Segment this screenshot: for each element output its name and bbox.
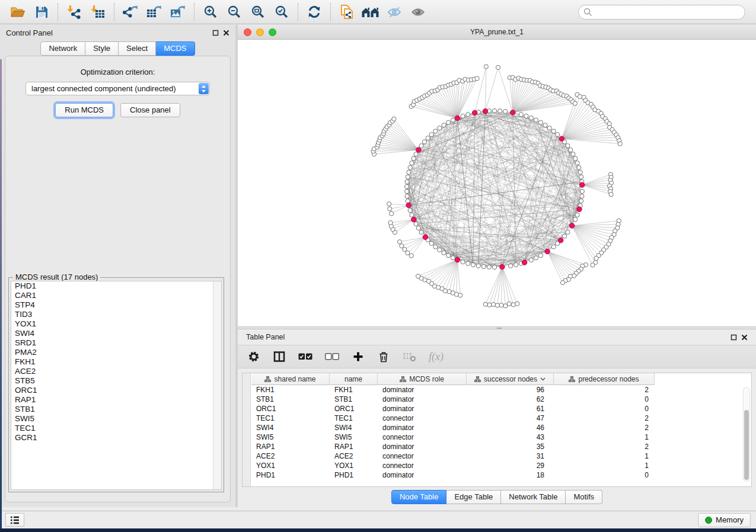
mcds-result-item[interactable]: PHD1 <box>11 281 221 291</box>
delete-column-button[interactable] <box>377 351 390 363</box>
close-panel-icon[interactable] <box>741 334 748 341</box>
table-row[interactable]: PHD1PHD1dominator180 <box>251 470 655 480</box>
cell-predecessor_nodes: 1 <box>554 461 655 470</box>
cell-shared_name: SWI4 <box>251 423 330 432</box>
mcds-result-item[interactable]: TEC1 <box>11 424 221 433</box>
maximize-window-icon[interactable] <box>269 28 276 36</box>
column-header-successor-nodes[interactable]: successor nodes <box>467 373 554 385</box>
table-settings-button[interactable] <box>247 351 260 363</box>
column-header-shared-name[interactable]: shared name <box>251 373 330 385</box>
tab-style[interactable]: Style <box>85 41 119 56</box>
delete-table-button[interactable] <box>403 351 416 362</box>
column-header-predecessor-nodes[interactable]: predecessor nodes <box>554 373 655 385</box>
fx-icon: f(x) <box>429 351 444 363</box>
network-view-title: YPA_prune.txt_1 <box>470 28 524 36</box>
create-column-button[interactable] <box>352 351 365 362</box>
table-row[interactable]: TEC1TEC1connector472 <box>251 414 655 423</box>
tab-network[interactable]: Network <box>40 41 85 56</box>
float-panel-icon[interactable] <box>212 30 219 36</box>
import-table-button[interactable] <box>86 1 110 23</box>
zoom-out-button[interactable] <box>222 1 246 23</box>
zoom-selected-icon <box>275 5 288 18</box>
mcds-result-list[interactable]: PHD1CAR1STP4TID3YOX1SWI4SRD1PMA2FKH1ACE2… <box>11 281 222 490</box>
table-tab-node-table[interactable]: Node Table <box>391 490 447 504</box>
tab-select[interactable]: Select <box>119 41 156 56</box>
mcds-result-item[interactable]: SWI4 <box>11 329 221 338</box>
show-all-button[interactable] <box>406 1 430 23</box>
table-panel-header: Table Panel <box>238 329 756 345</box>
clone-network-button[interactable] <box>335 1 359 23</box>
hide-selected-button[interactable] <box>382 1 406 23</box>
memory-button[interactable]: Memory <box>698 513 751 527</box>
export-network-button[interactable] <box>119 1 142 23</box>
mcds-result-item[interactable]: FKH1 <box>11 357 221 367</box>
cell-predecessor_nodes: 1 <box>554 451 655 461</box>
import-table-icon <box>91 5 105 19</box>
table-row[interactable]: SWI5SWI5connector431 <box>251 432 655 442</box>
table-row[interactable]: YOX1YOX1connector291 <box>251 461 655 470</box>
open-button[interactable] <box>6 1 30 23</box>
table-tab-network-table[interactable]: Network Table <box>501 490 566 504</box>
export-image-button[interactable] <box>166 1 190 23</box>
network-canvas[interactable] <box>238 40 756 326</box>
float-panel-icon[interactable] <box>731 334 737 341</box>
cell-predecessor_nodes: 1 <box>554 432 655 442</box>
mcds-result-item[interactable]: STB1 <box>11 405 221 414</box>
column-header-MCDS-role[interactable]: MCDS role <box>378 373 467 385</box>
clone-network-icon <box>340 5 354 20</box>
network-view-titlebar[interactable]: YPA_prune.txt_1 <box>238 25 756 40</box>
export-table-button[interactable] <box>142 1 166 23</box>
mcds-result-item[interactable]: RAP1 <box>11 395 221 405</box>
table-scrollbar[interactable] <box>743 387 750 482</box>
mcds-list-scrollbar[interactable] <box>213 281 221 489</box>
table-row[interactable]: ORC1ORC1dominator610 <box>251 404 655 414</box>
save-button[interactable] <box>30 1 53 23</box>
table-row[interactable]: RAP1RAP1dominator352 <box>251 442 655 451</box>
refresh-button[interactable] <box>302 1 326 23</box>
column-header-name[interactable]: name <box>330 373 378 385</box>
mcds-result-item[interactable]: GCR1 <box>11 433 221 443</box>
network-list-toggle-button[interactable] <box>5 513 24 527</box>
table-row[interactable]: SWI4SWI4dominator462 <box>251 423 655 432</box>
table-tab-motifs[interactable]: Motifs <box>566 490 602 504</box>
zoom-in-button[interactable] <box>199 1 222 23</box>
mcds-result-item[interactable]: SRD1 <box>11 338 221 348</box>
network-area: YPA_prune.txt_1 Table Panel <box>238 25 756 507</box>
close-panel-button[interactable]: Close panel <box>120 103 180 117</box>
mcds-result-item[interactable]: CAR1 <box>11 291 221 300</box>
mcds-result-item[interactable]: SWI5 <box>11 414 221 424</box>
mcds-result-item[interactable]: STP4 <box>11 300 221 310</box>
mcds-result-item[interactable]: ORC1 <box>11 386 221 395</box>
plus-icon <box>353 351 363 362</box>
table-row[interactable]: ACE2ACE2connector311 <box>251 451 655 461</box>
deselect-all-button[interactable] <box>325 353 339 360</box>
first-neighbors-button[interactable] <box>359 1 382 23</box>
horizontal-splitter[interactable] <box>238 326 756 329</box>
table-scrollbar-thumb[interactable] <box>744 410 749 480</box>
mcds-result-item[interactable]: PMA2 <box>11 348 221 357</box>
control-panel-title: Control Panel <box>6 28 53 37</box>
close-panel-icon[interactable] <box>223 30 229 36</box>
mcds-result-item[interactable]: ACE2 <box>11 367 221 376</box>
table-tab-edge-table[interactable]: Edge Table <box>446 490 501 504</box>
minimize-window-icon[interactable] <box>256 28 264 36</box>
search-input[interactable] <box>578 5 745 20</box>
show-columns-button[interactable] <box>273 351 286 362</box>
cell-mcds_role: connector <box>378 451 467 461</box>
mcds-result-item[interactable]: YOX1 <box>11 319 221 329</box>
network-graph[interactable] <box>238 40 753 330</box>
select-all-button[interactable] <box>298 353 312 360</box>
function-builder-button[interactable]: f(x) <box>429 351 444 363</box>
table-row[interactable]: FKH1FKH1dominator962 <box>251 385 655 395</box>
run-mcds-button[interactable]: Run MCDS <box>55 103 113 117</box>
houses-icon <box>362 6 379 18</box>
mcds-result-item[interactable]: STB5 <box>11 376 221 386</box>
import-network-button[interactable] <box>62 1 86 23</box>
mcds-result-item[interactable]: TID3 <box>11 310 221 319</box>
close-window-icon[interactable] <box>244 28 251 36</box>
tab-mcds[interactable]: MCDS <box>156 41 194 56</box>
table-row[interactable]: STB1STB1dominator620 <box>251 395 655 404</box>
criterion-select[interactable]: largest connected component (undirected) <box>25 82 210 95</box>
zoom-fit-button[interactable] <box>246 1 270 23</box>
zoom-selected-button[interactable] <box>270 1 294 23</box>
